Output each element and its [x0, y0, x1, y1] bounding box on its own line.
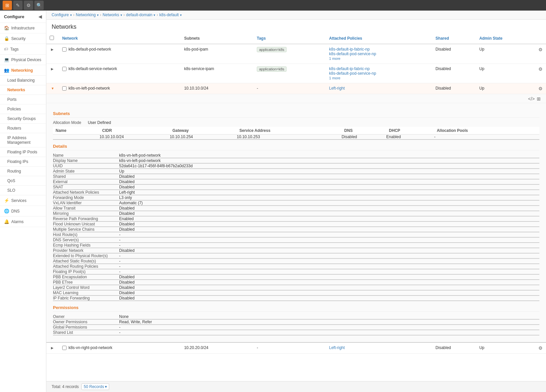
sidebar-item-tags[interactable]: 🏷 Tags — [0, 44, 46, 55]
permission-row: Global Permissions- — [53, 325, 539, 330]
breadcrumb-domain[interactable]: default-domain — [126, 13, 152, 17]
breadcrumb-networks-dropdown[interactable]: ▾ — [120, 13, 122, 17]
tags-icon: 🏷 — [4, 47, 8, 52]
row3-subnets: 10.10.10.0/24 — [181, 83, 253, 94]
dns-icon: 🌐 — [4, 209, 9, 214]
sidebar-item-dns[interactable]: 🌐 DNS — [0, 206, 46, 216]
row4-checkbox[interactable] — [62, 346, 67, 350]
breadcrumb-k8s-dropdown[interactable]: ▾ — [180, 13, 182, 17]
breadcrumb-domain-dropdown[interactable]: ▾ — [154, 13, 155, 17]
breadcrumb-networks[interactable]: Networks — [103, 13, 119, 17]
row3-policies: Left-right — [326, 83, 432, 94]
sidebar-item-security[interactable]: 🔒 Security — [0, 33, 46, 44]
sidebar-item-security-groups[interactable]: Security Groups — [0, 114, 46, 124]
row2-checkbox[interactable] — [62, 67, 67, 71]
detail-value: Disabled — [119, 295, 539, 301]
sidebar-item-floating-ip-pools[interactable]: Floating IP Pools — [0, 147, 46, 157]
breadcrumb-networking-dropdown[interactable]: ▾ — [97, 13, 99, 17]
row1-network: k8s-default-pod-network — [68, 47, 111, 52]
detail-row: Forwarding ModeL3 only — [53, 195, 539, 200]
detail-row: Reverse Path ForwardingEnabled — [53, 216, 539, 221]
subnet-cidr: 10.10.10.0/24 — [100, 135, 170, 140]
row2-more[interactable]: 1 more — [329, 76, 340, 80]
breadcrumb-networking[interactable]: Networking — [76, 13, 96, 17]
row1-checkbox[interactable] — [62, 47, 67, 52]
sidebar-item-ip-address-management[interactable]: IP Address Management — [0, 133, 46, 147]
detail-grid-view-btn[interactable]: ⊞ — [537, 96, 541, 101]
sidebar-item-load-balancing[interactable]: Load Balancing — [0, 76, 46, 85]
row1-gear-btn[interactable]: ⚙ — [538, 47, 543, 52]
sidebar-item-networking[interactable]: 👥 Networking — [0, 65, 46, 76]
detail-label: IP Fabric Forwarding — [53, 295, 119, 301]
detail-row: Multiple Service ChainsDisabled — [53, 227, 539, 232]
row1-more[interactable]: 1 more — [329, 57, 340, 60]
breadcrumb-sep3: › — [123, 13, 125, 17]
sidebar-item-services[interactable]: ⚡ Services — [0, 195, 46, 206]
configure-icon-btn[interactable]: ✎ — [13, 1, 23, 10]
sidebar-item-policies[interactable]: Policies — [0, 104, 46, 114]
row3-expand-btn[interactable]: ▼ — [50, 87, 56, 90]
row1-shared: Disabled — [432, 44, 476, 64]
details-section-heading: Details — [53, 144, 539, 150]
breadcrumb-k8s[interactable]: k8s-default — [159, 13, 179, 17]
row4-policy1[interactable]: Left-right — [329, 345, 429, 350]
sidebar-item-alarms[interactable]: 🔔 Alarms — [0, 216, 46, 227]
detail-row: Host Route(s)- — [53, 232, 539, 237]
sidebar-item-ports[interactable]: Ports — [0, 95, 46, 104]
row3-gear-btn[interactable]: ⚙ — [538, 86, 543, 91]
detail-value: Disabled — [119, 206, 539, 211]
row3-checkbox[interactable] — [62, 86, 67, 91]
select-all-checkbox[interactable] — [50, 36, 54, 40]
sidebar-item-infrastructure[interactable]: 🏠 Infrastructure — [0, 23, 46, 33]
row3-tags: - — [253, 83, 326, 94]
breadcrumb-sep2: › — [100, 13, 101, 17]
subnet-col-gateway: Gateway — [170, 127, 237, 135]
detail-label: Allow Transit — [53, 206, 119, 211]
records-per-page-dropdown[interactable]: 50 Records ▾ — [81, 383, 109, 390]
row2-policy2[interactable]: k8s-default-pod-service-np — [329, 71, 429, 76]
detail-label: VxLAN Identifier — [53, 200, 119, 206]
row2-policy1[interactable]: k8s-default-ip-fabric-np — [329, 66, 429, 71]
breadcrumb-configure[interactable]: Configure — [52, 13, 69, 17]
sidebar-item-routing[interactable]: Routing — [0, 167, 46, 176]
permission-row: Owner PermissionsRead, Write, Refer — [53, 319, 539, 325]
table-row: ▶ k8s-default-pod-network k8s-pod-ipam a… — [46, 44, 546, 64]
row1-policy2[interactable]: k8s-default-pod-service-np — [329, 52, 429, 56]
detail-label: Attached Routing Policies — [53, 264, 119, 269]
row4-gear-btn[interactable]: ⚙ — [538, 345, 543, 351]
row1-expand-btn[interactable]: ▶ — [50, 48, 55, 51]
subnet-dns: Disabled — [341, 135, 386, 140]
subnet-col-name: Name — [53, 127, 100, 135]
sidebar-item-slo[interactable]: SLO — [0, 186, 46, 195]
sidebar-collapse-btn[interactable]: ◀ — [38, 14, 42, 19]
detail-label: PBB Encapsulation — [53, 274, 119, 280]
breadcrumb-configure-dropdown[interactable]: ▾ — [70, 13, 72, 17]
row4-expand-btn[interactable]: ▶ — [50, 346, 55, 350]
row2-tags: application=k8s — [253, 64, 326, 83]
row2-expand-btn[interactable]: ▶ — [50, 67, 55, 71]
detail-label: DNS Server(s) — [53, 237, 119, 243]
detail-label: Admin State — [53, 169, 119, 174]
settings-icon-btn[interactable]: ⚙ — [24, 1, 33, 10]
detail-value: - — [119, 237, 539, 243]
detail-code-view-btn[interactable]: </> — [528, 96, 535, 101]
sidebar-item-networks[interactable]: Networks — [0, 85, 46, 95]
sidebar-item-label: Alarms — [11, 219, 23, 224]
detail-value: - — [119, 253, 539, 258]
sidebar-item-floating-ips[interactable]: Floating IPs — [0, 157, 46, 167]
sidebar-item-physical-devices[interactable]: 💻 Physical Devices — [0, 55, 46, 65]
dashboard-icon-btn[interactable]: ⊞ — [3, 1, 12, 10]
row1-policy1[interactable]: k8s-default-ip-fabric-np — [329, 47, 429, 52]
row3-shared: Disabled — [432, 83, 476, 94]
sidebar-item-routers[interactable]: Routers — [0, 124, 46, 133]
detail-label: Attached Network Policies — [53, 190, 119, 195]
search-icon-btn[interactable]: 🔍 — [34, 1, 44, 10]
row3-policy1[interactable]: Left-right — [329, 86, 429, 91]
sidebar-item-label: Physical Devices — [11, 58, 41, 62]
sidebar-item-qos[interactable]: QoS — [0, 176, 46, 186]
perm-label: Global Permissions — [53, 325, 119, 330]
subnet-col-dhcp: DHCP — [386, 127, 434, 135]
records-dropdown-arrow: ▾ — [105, 384, 107, 389]
row2-gear-btn[interactable]: ⚙ — [538, 66, 543, 72]
detail-row: Floating IP Pool(s)- — [53, 269, 539, 274]
